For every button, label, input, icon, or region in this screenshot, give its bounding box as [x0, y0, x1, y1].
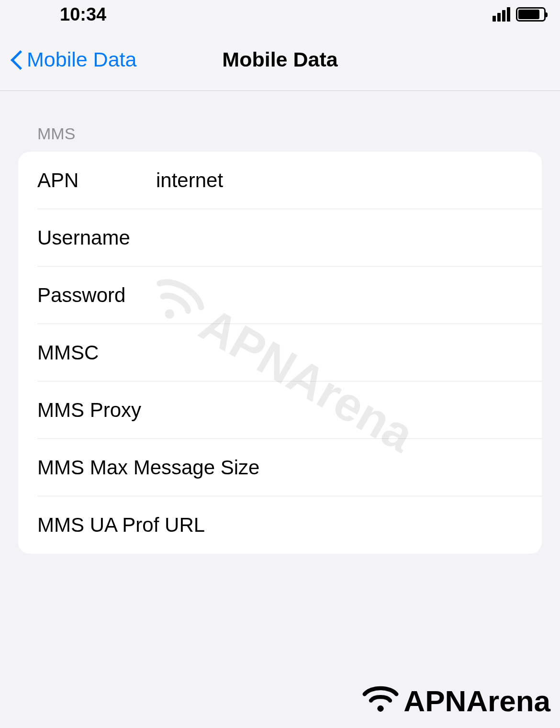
- label-username: Username: [37, 226, 152, 249]
- status-time: 10:34: [60, 4, 106, 25]
- row-password[interactable]: Password: [18, 267, 542, 324]
- label-mms-proxy: MMS Proxy: [37, 399, 152, 422]
- label-apn: APN: [37, 169, 152, 192]
- navigation-bar: Mobile Data Mobile Data: [0, 29, 560, 91]
- cellular-signal-icon: [493, 7, 510, 22]
- settings-group-mms: APN internet Username Password MMSC MMS …: [18, 152, 542, 554]
- wifi-icon: [361, 683, 400, 718]
- label-password: Password: [37, 284, 152, 307]
- footer-text: APNArena: [403, 684, 550, 718]
- content-area: MMS APN internet Username Password MMSC …: [0, 91, 560, 554]
- row-apn[interactable]: APN internet: [18, 152, 542, 209]
- section-header-mms: MMS: [37, 124, 542, 143]
- row-username[interactable]: Username: [18, 209, 542, 267]
- status-bar: 10:34: [0, 0, 560, 29]
- row-mms-max-size[interactable]: MMS Max Message Size: [18, 439, 542, 496]
- footer-logo: APNArena: [361, 683, 550, 718]
- label-mms-max-size: MMS Max Message Size: [37, 456, 259, 479]
- status-indicators: [493, 7, 546, 22]
- back-label: Mobile Data: [27, 48, 136, 71]
- row-mms-ua-prof[interactable]: MMS UA Prof URL: [18, 496, 542, 554]
- page-title: Mobile Data: [222, 48, 337, 71]
- battery-icon: [516, 7, 546, 22]
- row-mms-proxy[interactable]: MMS Proxy: [18, 381, 542, 439]
- chevron-left-icon: [10, 48, 23, 71]
- value-apn: internet: [156, 169, 223, 192]
- label-mmsc: MMSC: [37, 341, 152, 364]
- back-button[interactable]: Mobile Data: [10, 48, 136, 71]
- label-mms-ua-prof: MMS UA Prof URL: [37, 514, 205, 537]
- row-mmsc[interactable]: MMSC: [18, 324, 542, 381]
